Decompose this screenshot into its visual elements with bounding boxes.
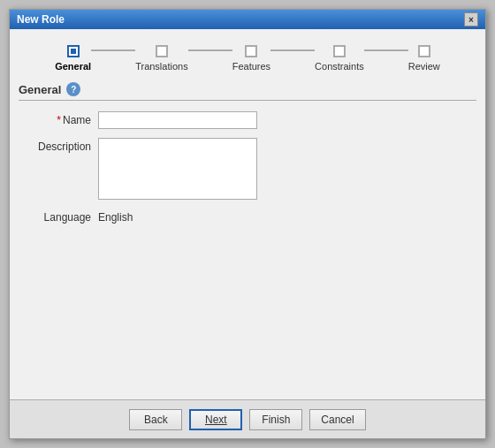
step-features-label: Features	[232, 61, 270, 72]
step-translations-icon	[156, 45, 168, 57]
required-star: *	[57, 114, 61, 126]
step-connector-4	[364, 49, 408, 51]
step-review-label: Review	[408, 61, 440, 72]
dialog-title: New Role	[17, 13, 65, 26]
step-general[interactable]: General	[55, 45, 91, 72]
step-translations-label: Translations	[135, 61, 188, 72]
name-input[interactable]	[98, 111, 257, 129]
section-title: General	[19, 83, 61, 96]
footer: Back Next Finish Cancel	[10, 399, 485, 438]
next-button[interactable]: Next	[189, 409, 242, 430]
next-label: Next	[205, 414, 227, 426]
help-icon[interactable]: ?	[66, 82, 80, 96]
step-constraints[interactable]: Constraints	[315, 45, 364, 72]
language-value: English	[98, 209, 133, 224]
language-label: Language	[27, 209, 98, 224]
finish-button[interactable]: Finish	[249, 409, 302, 430]
section-header: General ?	[19, 82, 476, 101]
steps-bar: General Translations Features Constraint…	[19, 38, 476, 82]
dialog-body: General Translations Features Constraint…	[10, 29, 485, 399]
spacer	[19, 232, 476, 391]
name-label: *Name	[27, 111, 98, 126]
name-row: *Name	[27, 111, 468, 129]
close-button[interactable]: ×	[464, 12, 478, 27]
step-features[interactable]: Features	[232, 45, 270, 72]
language-row: Language English	[27, 209, 468, 224]
step-connector-2	[188, 49, 232, 51]
form-area: *Name Description Language English	[19, 111, 476, 232]
step-translations[interactable]: Translations	[135, 45, 188, 72]
step-general-label: General	[55, 61, 91, 72]
cancel-button[interactable]: Cancel	[309, 409, 365, 430]
title-bar: New Role ×	[10, 10, 485, 29]
new-role-dialog: New Role × General Translations Features	[9, 9, 486, 439]
step-review-icon	[418, 45, 430, 57]
step-connector-3	[270, 49, 315, 51]
step-connector-1	[91, 49, 135, 51]
back-button[interactable]: Back	[129, 409, 182, 430]
description-row: Description	[27, 138, 468, 200]
step-constraints-label: Constraints	[315, 61, 364, 72]
description-label: Description	[27, 138, 98, 153]
description-textarea[interactable]	[98, 138, 257, 200]
step-general-icon	[67, 45, 80, 57]
step-review[interactable]: Review	[408, 45, 440, 72]
step-constraints-icon	[333, 45, 346, 57]
step-features-icon	[245, 45, 257, 57]
